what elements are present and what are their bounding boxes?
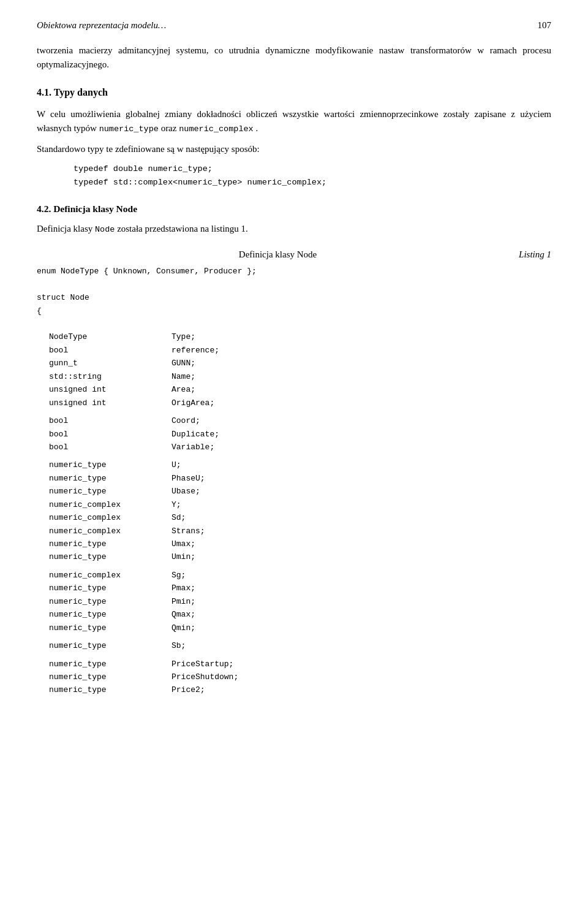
member-type-4: std::string — [49, 370, 172, 383]
member-name-17: Umin; — [172, 550, 551, 563]
listing-label: Listing 1 — [519, 248, 551, 262]
member-type-7: bool — [49, 414, 172, 427]
section-41-paragraph2: Standardowo typy te zdefiniowane są w na… — [37, 142, 551, 156]
member-type-23: numeric_type — [49, 639, 172, 652]
code-brace-open: { — [37, 305, 551, 317]
member-name-14: Sd; — [172, 511, 551, 524]
member-name-20: Pmin; — [172, 595, 551, 608]
section-42-intro: Definicja klasy Node została przedstawio… — [37, 222, 551, 237]
member-name-22: Qmin; — [172, 622, 551, 634]
member-name-7: Coord; — [172, 414, 551, 427]
member-name-12: Ubase; — [172, 485, 551, 498]
member-name-19: Pmax; — [172, 582, 551, 595]
intro-text-start: Definicja klasy — [37, 224, 92, 234]
member-name-3: GUNN; — [172, 357, 551, 370]
member-type-1: NodeType — [49, 330, 172, 343]
listing-code-block: enum NodeType { Unknown, Consumer, Produ… — [37, 265, 551, 697]
page-number: 107 — [538, 18, 552, 32]
spacer-1 — [49, 409, 551, 414]
member-name-2: reference; — [172, 344, 551, 357]
section-41-heading: 4.1. Typy danych — [37, 85, 551, 100]
member-type-25: numeric_type — [49, 671, 172, 683]
member-type-6: unsigned int — [49, 397, 172, 409]
member-type-11: numeric_type — [49, 472, 172, 485]
member-name-23: Sb; — [172, 639, 551, 652]
member-type-26: numeric_type — [49, 683, 172, 696]
member-name-4: Name; — [172, 370, 551, 383]
member-name-21: Qmax; — [172, 608, 551, 621]
inline-code-node: Node — [95, 225, 115, 234]
member-name-8: Duplicate; — [172, 428, 551, 441]
intro-text-end: została przedstawiona na listingu 1. — [117, 224, 248, 234]
typedef-block: typedef double numeric_type; typedef std… — [74, 162, 551, 189]
member-name-11: PhaseU; — [172, 472, 551, 485]
member-name-15: Strans; — [172, 525, 551, 538]
member-name-10: U; — [172, 458, 551, 471]
member-type-20: numeric_type — [49, 595, 172, 608]
inline-code-numeric-type: numeric_type — [99, 124, 159, 134]
code-struct-node: struct Node — [37, 291, 551, 304]
inline-code-numeric-complex: numeric_complex — [179, 124, 254, 134]
spacer-5 — [49, 653, 551, 658]
struct-members: NodeTypeType; boolreference; gunn_tGUNN;… — [49, 330, 551, 696]
para1-text-end: . — [255, 123, 258, 133]
chapter-title: Obiektowa reprezentacja modelu… — [37, 18, 166, 32]
member-type-14: numeric_complex — [49, 511, 172, 524]
member-type-19: numeric_type — [49, 582, 172, 595]
member-type-21: numeric_type — [49, 608, 172, 621]
para1-text-between: oraz — [161, 123, 179, 133]
intro-paragraph: tworzenia macierzy admitancyjnej systemu… — [37, 44, 551, 72]
section-42-heading: 4.2. Definicja klasy Node — [37, 202, 551, 216]
listing-title: Definicja klasy Node — [37, 248, 519, 262]
member-name-5: Area; — [172, 383, 551, 396]
member-type-15: numeric_complex — [49, 525, 172, 538]
member-type-9: bool — [49, 441, 172, 454]
code-blank1 — [37, 278, 551, 291]
code-enum: enum NodeType { Unknown, Consumer, Produ… — [37, 265, 551, 278]
spacer-2 — [49, 454, 551, 458]
typedef-line1: typedef double numeric_type; — [74, 162, 551, 176]
member-name-9: Variable; — [172, 441, 551, 454]
listing-1: Definicja klasy Node Listing 1 enum Node… — [37, 248, 551, 697]
spacer-4 — [49, 634, 551, 639]
listing-header: Definicja klasy Node Listing 1 — [37, 248, 551, 262]
member-name-18: Sg; — [172, 569, 551, 582]
member-name-25: PriceShutdown; — [172, 671, 551, 683]
member-name-1: Type; — [172, 330, 551, 343]
member-type-16: numeric_type — [49, 538, 172, 550]
page-header: Obiektowa reprezentacja modelu… 107 — [37, 18, 551, 32]
code-blank2 — [37, 317, 551, 330]
member-type-3: gunn_t — [49, 357, 172, 370]
member-type-5: unsigned int — [49, 383, 172, 396]
member-type-22: numeric_type — [49, 622, 172, 634]
member-name-13: Y; — [172, 498, 551, 511]
typedef-line2: typedef std::complex<numeric_type> numer… — [74, 176, 551, 189]
member-name-6: OrigArea; — [172, 397, 551, 409]
section-41-paragraph1: W celu umożliwienia globalnej zmiany dok… — [37, 107, 551, 136]
member-type-13: numeric_complex — [49, 498, 172, 511]
spacer-3 — [49, 564, 551, 569]
member-name-24: PriceStartup; — [172, 658, 551, 671]
member-name-26: Price2; — [172, 683, 551, 696]
member-type-12: numeric_type — [49, 485, 172, 498]
member-type-8: bool — [49, 428, 172, 441]
member-type-2: bool — [49, 344, 172, 357]
member-type-17: numeric_type — [49, 550, 172, 563]
member-type-18: numeric_complex — [49, 569, 172, 582]
member-type-10: numeric_type — [49, 458, 172, 471]
member-name-16: Umax; — [172, 538, 551, 550]
member-type-24: numeric_type — [49, 658, 172, 671]
